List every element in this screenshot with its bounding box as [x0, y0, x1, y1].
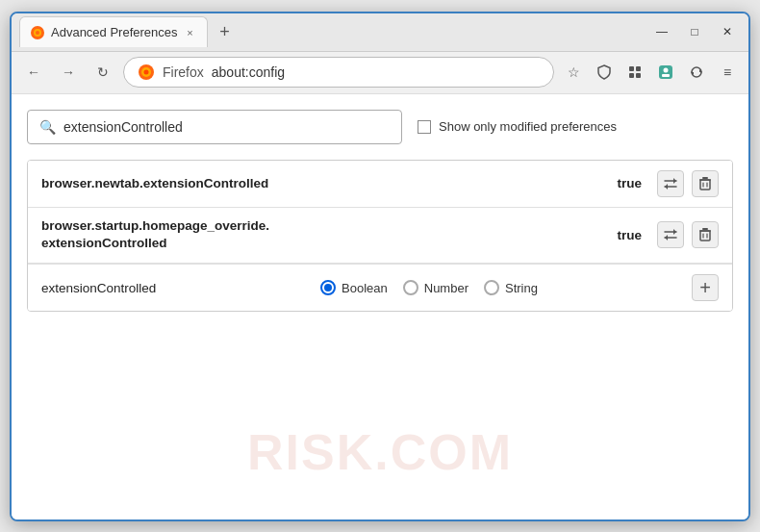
window-controls: — □ ✕: [648, 18, 741, 45]
delete-button-1[interactable]: [692, 170, 719, 197]
show-modified-checkbox[interactable]: [418, 120, 431, 134]
toggle-icon: [663, 228, 678, 241]
search-input[interactable]: [63, 119, 390, 135]
close-button[interactable]: ✕: [714, 18, 741, 45]
svg-rect-24: [700, 231, 710, 241]
nav-bar: ← → ↻ Firefox about:config ☆: [12, 52, 748, 94]
puzzle-icon: [627, 64, 643, 80]
shield-icon: [597, 64, 611, 80]
toggle-icon: [663, 177, 678, 190]
tab-close-button[interactable]: ×: [184, 26, 197, 39]
add-preference-row: extensionControlled Boolean Number Strin…: [28, 264, 732, 311]
refresh-button[interactable]: ↻: [89, 58, 117, 87]
sync-button[interactable]: [683, 59, 710, 86]
pref-name-2: browser.startup.homepage_override. exten…: [41, 217, 617, 254]
string-radio[interactable]: [484, 280, 499, 295]
delete-icon: [699, 228, 711, 241]
svg-point-5: [144, 70, 149, 75]
active-tab[interactable]: Advanced Preferences ×: [19, 16, 208, 47]
svg-marker-22: [673, 229, 676, 235]
show-modified-checkbox-label[interactable]: Show only modified preferences: [418, 119, 617, 134]
svg-rect-6: [629, 66, 634, 71]
shield-button[interactable]: [591, 59, 618, 86]
new-tab-button[interactable]: +: [212, 18, 239, 45]
svg-marker-23: [665, 235, 668, 241]
menu-button[interactable]: ≡: [714, 59, 741, 86]
add-pref-name: extensionControlled: [41, 281, 166, 295]
type-string-option[interactable]: String: [484, 280, 538, 295]
table-row: browser.newtab.extensionControlled true: [28, 161, 732, 208]
search-icon: 🔍: [39, 119, 56, 135]
firefox-logo-icon: [138, 63, 155, 81]
profile-button[interactable]: [652, 59, 679, 86]
address-url: about:config: [212, 64, 285, 80]
forward-button[interactable]: →: [54, 58, 83, 87]
table-row: browser.startup.homepage_override. exten…: [28, 208, 732, 265]
profile-icon: [658, 64, 673, 80]
pref-actions-1: [657, 170, 719, 197]
sync-icon: [689, 64, 704, 80]
string-label: String: [505, 281, 538, 295]
boolean-label: Boolean: [342, 281, 388, 295]
delete-button-2[interactable]: [692, 221, 719, 248]
svg-rect-8: [629, 73, 634, 78]
svg-rect-11: [662, 74, 670, 77]
preferences-table: browser.newtab.extensionControlled true: [27, 160, 733, 313]
bookmark-button[interactable]: ☆: [560, 59, 587, 86]
firefox-label: Firefox: [163, 64, 204, 80]
nav-icons: ☆: [560, 59, 741, 86]
add-button[interactable]: +: [692, 274, 719, 301]
pref-actions-2: [657, 221, 719, 248]
number-label: Number: [424, 281, 469, 295]
minimize-button[interactable]: —: [648, 18, 675, 45]
svg-rect-7: [636, 66, 641, 71]
pref-value-1: true: [617, 176, 642, 190]
extension-button[interactable]: [621, 59, 648, 86]
search-section: 🔍 Show only modified preferences: [27, 110, 733, 144]
type-number-option[interactable]: Number: [403, 280, 469, 295]
type-boolean-option[interactable]: Boolean: [320, 280, 388, 295]
tab-firefox-icon: [30, 25, 45, 40]
boolean-radio[interactable]: [320, 280, 336, 295]
svg-rect-9: [636, 73, 641, 78]
address-bar[interactable]: Firefox about:config: [123, 57, 554, 88]
svg-point-2: [36, 31, 39, 35]
tab-title: Advanced Preferences: [51, 25, 178, 39]
number-radio[interactable]: [403, 280, 418, 295]
search-box[interactable]: 🔍: [27, 110, 402, 144]
svg-rect-17: [700, 180, 710, 190]
back-button[interactable]: ←: [19, 58, 48, 87]
main-content: RISK.COM 🔍 Show only modified preference…: [12, 94, 748, 519]
svg-marker-16: [665, 184, 668, 190]
maximize-button[interactable]: □: [681, 18, 708, 45]
title-bar: Advanced Preferences × + — □ ✕: [12, 13, 748, 52]
tab-bar: Advanced Preferences × +: [19, 16, 648, 47]
pref-name-1: browser.newtab.extensionControlled: [41, 176, 617, 190]
delete-icon: [699, 177, 711, 190]
toggle-button-1[interactable]: [657, 170, 684, 197]
watermark: RISK.COM: [247, 423, 513, 481]
svg-marker-15: [673, 178, 676, 184]
svg-point-12: [664, 68, 669, 73]
toggle-button-2[interactable]: [657, 221, 684, 248]
show-modified-label: Show only modified preferences: [439, 119, 617, 134]
type-radio-group: Boolean Number String: [186, 280, 672, 295]
pref-value-2: true: [617, 228, 642, 242]
browser-window: Advanced Preferences × + — □ ✕ ← → ↻ Fir…: [10, 12, 750, 521]
